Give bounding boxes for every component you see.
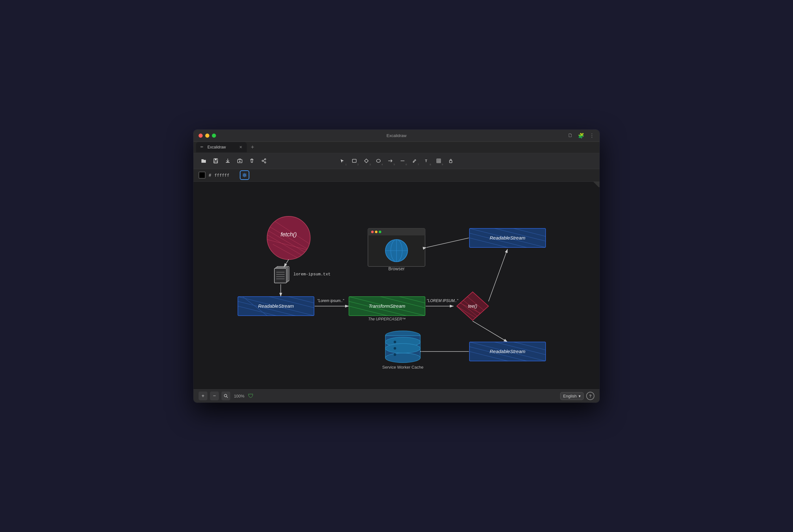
svg-point-111	[224, 394, 227, 397]
collab-save-button[interactable]	[223, 156, 233, 166]
svg-text:ReadableStream: ReadableStream	[490, 235, 526, 241]
svg-rect-31	[274, 268, 286, 283]
svg-text:TransformStream: TransformStream	[369, 303, 405, 309]
canvas-settings-button[interactable]	[240, 170, 249, 180]
new-tab-button[interactable]: +	[248, 143, 257, 152]
document-icon[interactable]: 🗋	[568, 133, 573, 138]
share-button[interactable]	[259, 156, 269, 166]
svg-point-18	[244, 174, 245, 176]
svg-point-73	[375, 231, 378, 233]
zoom-controls: + − 100% 🛡	[198, 392, 254, 400]
svg-text:ReadableStream: ReadableStream	[490, 349, 526, 354]
svg-text:tee(): tee()	[468, 304, 477, 309]
svg-line-112	[227, 397, 228, 398]
diagram-svg[interactable]: fetch() lorem-ipsum.txt	[193, 182, 600, 389]
arrow-tool[interactable]: 5	[385, 155, 396, 167]
select-tool[interactable]: 1	[336, 155, 348, 167]
svg-text:Browser: Browser	[388, 266, 405, 271]
shield-icon: 🛡	[248, 393, 254, 399]
svg-point-6	[265, 159, 266, 160]
diamond-tool[interactable]: 3	[361, 155, 372, 167]
svg-rect-12	[437, 159, 441, 163]
tab-label: Excalidraw	[208, 145, 226, 149]
svg-rect-71	[368, 233, 425, 235]
bottom-right-controls: English ▾ ?	[560, 392, 595, 400]
svg-rect-2	[214, 161, 217, 163]
svg-text:Service Worker Cache: Service Worker Cache	[382, 365, 423, 369]
table-tool[interactable]: 9	[433, 155, 444, 167]
zoom-fit-button[interactable]	[221, 392, 230, 400]
svg-point-106	[394, 347, 396, 349]
mac-window: Excalidraw 🗋 🧩 ⋮ ✏ Excalidraw ✕ +	[193, 130, 600, 403]
svg-rect-3	[226, 162, 230, 163]
svg-rect-17	[449, 160, 452, 163]
color-bar: #	[193, 169, 600, 182]
tab-bar: ✏ Excalidraw ✕ +	[193, 142, 600, 153]
svg-text:fetch(): fetch()	[281, 231, 296, 238]
save-button[interactable]	[211, 156, 221, 166]
language-selector[interactable]: English ▾	[560, 392, 584, 400]
draw-tool[interactable]: 7	[409, 155, 420, 167]
svg-point-105	[394, 341, 396, 343]
help-button[interactable]: ?	[586, 392, 595, 400]
tab-close-icon[interactable]: ✕	[239, 145, 242, 149]
line-tool[interactable]: 6	[397, 155, 408, 167]
main-toolbar: 1 2 3 4 5 6 7	[193, 153, 600, 169]
svg-text:lorem-ipsum.txt: lorem-ipsum.txt	[293, 272, 330, 277]
zoom-in-button[interactable]: +	[198, 392, 208, 400]
drawing-tools: 1 2 3 4 5 6 7	[336, 155, 457, 167]
svg-point-104	[385, 344, 420, 353]
minimize-button[interactable]	[205, 134, 209, 138]
svg-point-5	[262, 160, 263, 162]
svg-point-102	[385, 353, 420, 363]
bottom-bar: + − 100% 🛡 English ▾ ?	[193, 389, 600, 403]
svg-text:The UPPERCASER™: The UPPERCASER™	[368, 317, 406, 321]
fullscreen-button[interactable]	[212, 134, 216, 138]
tab-favicon-icon: ✏	[200, 145, 205, 149]
export-button[interactable]	[235, 156, 245, 166]
title-bar: Excalidraw 🗋 🧩 ⋮	[193, 130, 600, 142]
text-tool[interactable]: T 8	[421, 155, 432, 167]
open-button[interactable]	[198, 156, 209, 166]
zoom-out-button[interactable]: −	[210, 392, 219, 400]
language-label: English	[563, 394, 577, 398]
chevron-down-icon: ▾	[579, 394, 581, 398]
svg-point-7	[265, 162, 266, 163]
svg-point-9	[376, 159, 380, 163]
color-swatch[interactable]	[198, 172, 206, 178]
rectangle-tool[interactable]: 2	[349, 155, 360, 167]
hash-symbol: #	[209, 173, 211, 178]
traffic-lights	[198, 134, 216, 138]
active-tab[interactable]: ✏ Excalidraw ✕	[196, 142, 247, 152]
window-title: Excalidraw	[387, 133, 407, 138]
puzzle-icon[interactable]: 🧩	[578, 133, 584, 139]
svg-text:T: T	[425, 159, 427, 163]
zoom-level: 100%	[233, 394, 246, 398]
title-icons: 🗋 🧩 ⋮	[568, 133, 595, 139]
svg-point-107	[394, 354, 396, 356]
svg-text:"LOREM IPSUM..": "LOREM IPSUM.."	[427, 299, 458, 303]
svg-point-72	[371, 231, 374, 233]
close-button[interactable]	[198, 134, 203, 138]
more-options-icon[interactable]: ⋮	[589, 133, 595, 139]
color-input[interactable]	[214, 173, 237, 178]
svg-point-74	[379, 231, 381, 233]
svg-text:"Lorem ipsum..": "Lorem ipsum.."	[317, 299, 344, 303]
lock-tool[interactable]	[445, 155, 457, 167]
svg-text:ReadableStream: ReadableStream	[258, 303, 294, 309]
svg-rect-1	[215, 159, 217, 160]
ellipse-tool[interactable]: 4	[373, 155, 384, 167]
delete-button[interactable]	[247, 156, 257, 166]
canvas-area[interactable]: fetch() lorem-ipsum.txt	[193, 182, 600, 389]
svg-rect-8	[352, 159, 356, 163]
